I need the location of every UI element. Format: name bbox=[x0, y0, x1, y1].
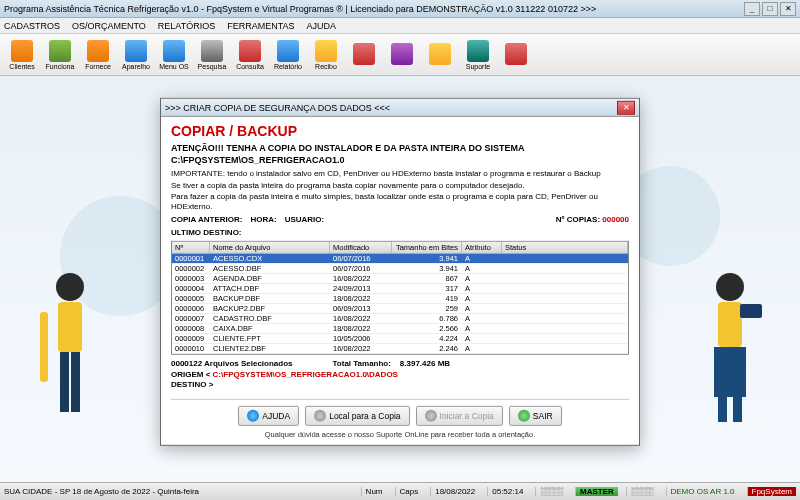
toolbar-button-10[interactable] bbox=[384, 36, 420, 74]
toolbar-label: Pesquisa bbox=[198, 63, 227, 70]
toolbar-button-Relatório[interactable]: Relatório bbox=[270, 36, 306, 74]
toolbar-button-Aparelho[interactable]: Aparelho bbox=[118, 36, 154, 74]
destino-label: DESTINO > bbox=[171, 380, 213, 389]
summary-count: 0000122 Arquivos Selecionados bbox=[171, 359, 293, 368]
statusbar-user: MASTER bbox=[575, 487, 618, 496]
file-row[interactable]: 0000002ACESSO.DBF06/07/20163.941A bbox=[172, 264, 628, 274]
dialog-close-button[interactable]: ✕ bbox=[617, 100, 635, 114]
statusbar-date: 18/08/2022 bbox=[430, 487, 479, 496]
toolbar-icon bbox=[125, 40, 147, 62]
ajuda-button[interactable]: AJUDA bbox=[238, 406, 299, 426]
backup-install-path: C:\FPQSYSTEM\OS_REFRIGERACAO1.0 bbox=[171, 155, 629, 165]
maximize-button[interactable]: □ bbox=[762, 2, 778, 16]
origem-path: C:\FPQSYSTEM\OS_REFRIGERACAO1.0\DADOS bbox=[213, 370, 398, 379]
label-hora: HORA: bbox=[250, 215, 276, 224]
statusbar-progress2: ░░░░ bbox=[626, 487, 658, 496]
svg-rect-1 bbox=[58, 302, 82, 352]
menu-relatorios[interactable]: RELATÓRIOS bbox=[158, 21, 215, 31]
toolbar-button-13[interactable] bbox=[498, 36, 534, 74]
dialog-buttons: AJUDA Local para a Copia Iniciar a Copia… bbox=[171, 399, 629, 426]
toolbar-button-Funciona[interactable]: Funciona bbox=[42, 36, 78, 74]
dialog-titlebar: >>> CRIAR COPIA DE SEGURANÇA DOS DADOS <… bbox=[161, 99, 639, 117]
label-usuario: USUARIO: bbox=[285, 215, 325, 224]
label-ncopias: Nº COPIAS: bbox=[556, 215, 600, 224]
toolbar-button-Pesquisa[interactable]: Pesquisa bbox=[194, 36, 230, 74]
close-button[interactable]: ✕ bbox=[780, 2, 796, 16]
toolbar-icon bbox=[163, 40, 185, 62]
backup-ultimo-row: ULTIMO DESTINO: bbox=[171, 228, 629, 237]
col-header-status[interactable]: Status bbox=[502, 242, 628, 253]
toolbar-icon bbox=[391, 43, 413, 65]
toolbar-button-11[interactable] bbox=[422, 36, 458, 74]
statusbar-num: Num bbox=[361, 487, 387, 496]
toolbar-button-9[interactable] bbox=[346, 36, 382, 74]
file-row[interactable]: 0000005BACKUP.DBF18/08/2022419A bbox=[172, 294, 628, 304]
toolbar-icon bbox=[87, 40, 109, 62]
backup-heading: COPIAR / BACKUP bbox=[171, 123, 629, 139]
toolbar: ClientesFuncionaForneceAparelhoMenu OSPe… bbox=[0, 34, 800, 76]
backup-note-1: IMPORTANTE: tendo o instalador salvo em … bbox=[171, 169, 629, 179]
toolbar-label: Menu OS bbox=[159, 63, 189, 70]
toolbar-label: Consulta bbox=[236, 63, 264, 70]
file-table-body[interactable]: 0000001ACESSO.CDX06/07/20163.941A0000002… bbox=[172, 254, 628, 354]
dialog-title: >>> CRIAR COPIA DE SEGURANÇA DOS DADOS <… bbox=[165, 102, 617, 112]
col-header-size[interactable]: Tamanho em Bites bbox=[392, 242, 462, 253]
statusbar-brand: FpqSystem bbox=[747, 487, 796, 496]
window-title: Programa Assistência Técnica Refrigeraçã… bbox=[4, 4, 744, 14]
sair-button[interactable]: SAIR bbox=[509, 406, 562, 426]
menu-ajuda[interactable]: AJUDA bbox=[307, 21, 337, 31]
check-icon bbox=[425, 410, 437, 422]
file-row[interactable]: 0000008CAIXA.DBF18/08/20222.566A bbox=[172, 324, 628, 334]
toolbar-icon bbox=[11, 40, 33, 62]
file-row[interactable]: 0000006BACKUP2.DBF06/09/2013259A bbox=[172, 304, 628, 314]
svg-point-0 bbox=[56, 273, 84, 301]
toolbar-button-Consulta[interactable]: Consulta bbox=[232, 36, 268, 74]
toolbar-button-Clientes[interactable]: Clientes bbox=[4, 36, 40, 74]
toolbar-button-Fornece[interactable]: Fornece bbox=[80, 36, 116, 74]
statusbar: SUA CIDADE - SP 18 de Agosto de 2022 - Q… bbox=[0, 482, 800, 500]
col-header-date[interactable]: Modificado bbox=[330, 242, 392, 253]
dialog-footer-note: Qualquer dúvida acesse o nosso Suporte O… bbox=[171, 430, 629, 439]
label-copia-anterior: COPIA ANTERIOR: bbox=[171, 215, 242, 224]
backup-info-row: COPIA ANTERIOR: HORA: USUARIO: Nº COPIAS… bbox=[171, 215, 629, 224]
toolbar-label: Aparelho bbox=[122, 63, 150, 70]
statusbar-time: 05:52:14 bbox=[487, 487, 527, 496]
exit-icon bbox=[518, 410, 530, 422]
toolbar-icon bbox=[505, 43, 527, 65]
statusbar-caps: Caps bbox=[395, 487, 423, 496]
svg-rect-7 bbox=[714, 347, 746, 397]
statusbar-demo: DEMO OS AR 1.0 bbox=[666, 487, 739, 496]
toolbar-button-Menu OS[interactable]: Menu OS bbox=[156, 36, 192, 74]
col-header-attr[interactable]: Atributo bbox=[462, 242, 502, 253]
toolbar-button-Recibo[interactable]: Recibo bbox=[308, 36, 344, 74]
local-copia-button[interactable]: Local para a Copia bbox=[305, 406, 409, 426]
col-header-num[interactable]: Nº bbox=[172, 242, 210, 253]
col-header-name[interactable]: Nome do Arquivo bbox=[210, 242, 330, 253]
file-row[interactable]: 0000010CLIENTE2.DBF16/08/20222.246A bbox=[172, 344, 628, 354]
menu-os-orcamento[interactable]: OS/ORÇAMENTO bbox=[72, 21, 146, 31]
help-icon bbox=[247, 410, 259, 422]
toolbar-icon bbox=[353, 43, 375, 65]
minimize-button[interactable]: _ bbox=[744, 2, 760, 16]
file-row[interactable]: 0000003AGENDA.DBF16/08/2022867A bbox=[172, 274, 628, 284]
window-titlebar: Programa Assistência Técnica Refrigeraçã… bbox=[0, 0, 800, 18]
statusbar-progress: ░░░░ bbox=[535, 487, 567, 496]
file-table: Nº Nome do Arquivo Modificado Tamanho em… bbox=[171, 241, 629, 355]
iniciar-copia-button[interactable]: Iniciar a Copia bbox=[416, 406, 503, 426]
file-row[interactable]: 0000007CADASTRO.DBF16/08/20226.786A bbox=[172, 314, 628, 324]
origem-label: ORIGEM < bbox=[171, 370, 210, 379]
window-controls: _ □ ✕ bbox=[744, 2, 796, 16]
file-row[interactable]: 0000009CLIENTE.FPT10/05/20064.224A bbox=[172, 334, 628, 344]
svg-rect-10 bbox=[740, 304, 762, 318]
backup-note-3: Para fazer a copia da pasta inteira é mu… bbox=[171, 192, 629, 211]
toolbar-button-Suporte[interactable]: Suporte bbox=[460, 36, 496, 74]
menu-cadastros[interactable]: CADASTROS bbox=[4, 21, 60, 31]
backup-dialog: >>> CRIAR COPIA DE SEGURANÇA DOS DADOS <… bbox=[160, 98, 640, 446]
search-icon bbox=[314, 410, 326, 422]
value-ncopias: 000000 bbox=[602, 215, 629, 224]
menu-ferramentas[interactable]: FERRAMENTAS bbox=[227, 21, 294, 31]
svg-rect-2 bbox=[60, 352, 69, 412]
file-row[interactable]: 0000004ATTACH.DBF24/09/2013317A bbox=[172, 284, 628, 294]
file-row[interactable]: 0000001ACESSO.CDX06/07/20163.941A bbox=[172, 254, 628, 264]
svg-rect-4 bbox=[40, 312, 48, 382]
